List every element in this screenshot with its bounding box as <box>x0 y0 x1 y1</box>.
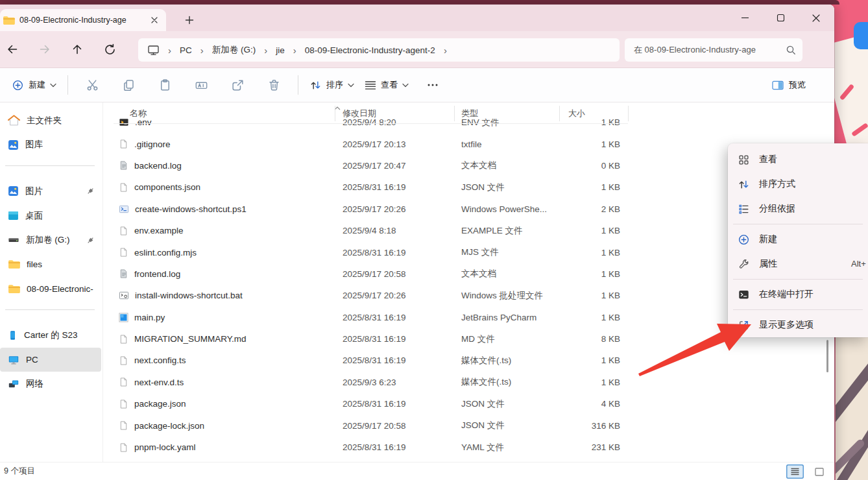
file-type: 文本文档 <box>461 160 562 171</box>
file-date: 2025/8/31 16:19 <box>343 313 461 322</box>
file-date: 2025/9/17 20:26 <box>343 291 461 300</box>
sidebar-item-pc[interactable]: PC <box>0 348 101 372</box>
file-type: MD 文件 <box>461 333 562 345</box>
preview-button[interactable]: 预览 <box>766 75 811 95</box>
menu-item-properties[interactable]: 属性Alt+ <box>728 252 868 276</box>
file-name-cell: package.json <box>114 399 343 409</box>
table-row[interactable]: env.example2025/9/4 8:18EXAMPLE 文件1 KB <box>114 220 633 241</box>
column-header-date[interactable]: 修改日期 <box>343 108 461 119</box>
table-row[interactable]: next-env.d.ts2025/9/3 6:23媒体文件(.ts)1 KB <box>114 372 633 393</box>
column-separator[interactable] <box>335 106 335 121</box>
up-button[interactable] <box>66 38 89 61</box>
sidebar-item-files[interactable]: files <box>0 252 101 277</box>
table-row[interactable]: MIGRATION_SUMMARY.md2025/8/31 16:19MD 文件… <box>114 328 633 350</box>
sidebar-item-gallery[interactable]: 图库 <box>0 133 101 158</box>
sidebar-item-drive-g[interactable]: 新加卷 (G:) <box>0 228 101 252</box>
table-row[interactable]: install-windows-shortcut.bat2025/9/17 20… <box>114 285 633 306</box>
menu-item-open-terminal[interactable]: 在终端中打开 <box>728 282 868 307</box>
column-separator[interactable] <box>454 106 455 121</box>
file-name: next-env.d.ts <box>134 378 184 387</box>
file-name: backend.log <box>134 161 182 171</box>
table-row[interactable]: package.json2025/8/31 16:19JSON 文件4 KB <box>114 393 633 414</box>
menu-item-show-more-options[interactable]: 显示更多选项 <box>728 313 868 337</box>
search-input[interactable] <box>634 45 782 55</box>
table-row[interactable]: backend.log2025/9/17 20:47文本文档0 KB <box>114 155 633 176</box>
chevron-right-icon: › <box>444 45 447 55</box>
back-button[interactable] <box>1 38 24 61</box>
search-icon[interactable] <box>786 45 796 55</box>
item-count: 9 个项目 <box>4 466 35 477</box>
sidebar-item-home[interactable]: 主文件夹 <box>0 108 101 133</box>
breadcrumb-item[interactable]: 新加卷 (G:) <box>212 44 256 56</box>
file-name-cell: MIGRATION_SUMMARY.md <box>114 334 343 344</box>
sidebar-item-phone[interactable]: Carter 的 S23 <box>0 323 101 348</box>
desktop-app-icon[interactable] <box>854 22 868 49</box>
new-button[interactable]: 新建 <box>6 75 62 95</box>
sidebar: 主文件夹图库图片桌面新加卷 (G:)files08-09-Electronic-… <box>0 102 103 466</box>
minimize-button[interactable] <box>732 7 758 29</box>
menu-item-view[interactable]: 查看 <box>728 147 868 172</box>
back-arrow-icon <box>6 43 19 56</box>
menu-item-sort-by[interactable]: 排序方式 <box>728 172 868 197</box>
forward-arrow-icon <box>38 43 51 56</box>
file-icon <box>119 226 128 236</box>
menu-item-label: 分组依据 <box>759 203 795 215</box>
table-row[interactable]: next.config.ts2025/8/31 16:19媒体文件(.ts)1 … <box>114 350 633 371</box>
forward-button <box>33 38 56 61</box>
file-name-cell: backend.log <box>114 160 343 171</box>
view-button[interactable]: 查看 <box>359 75 414 95</box>
table-row[interactable]: main.py2025/8/31 16:19JetBrains PyCharm1… <box>114 307 633 328</box>
pc-icon <box>8 355 19 365</box>
list-view-toggle[interactable] <box>786 464 804 479</box>
sidebar-item-pictures[interactable]: 图片 <box>0 179 101 204</box>
vertical-scrollbar[interactable] <box>826 340 828 372</box>
sidebar-item-project-folder[interactable]: 08-09-Electronic- <box>0 277 101 302</box>
up-arrow-icon <box>71 43 84 56</box>
breadcrumb-item[interactable]: jie <box>276 45 285 55</box>
file-explorer-window: 08-09-Electronic-Industry-age ›PC›新加卷 (G… <box>0 5 834 480</box>
refresh-button[interactable] <box>98 38 121 61</box>
paste-button <box>157 77 173 93</box>
file-list-rows: .env2025/9/4 8:20ENV 文件1 KB.gitignore202… <box>114 119 633 462</box>
chevron-down-icon <box>50 83 56 88</box>
table-row[interactable]: frontend.log2025/9/17 20:58文本文档1 KB <box>114 263 633 285</box>
breadcrumb-item[interactable]: PC <box>180 45 192 55</box>
column-separator[interactable] <box>559 106 560 121</box>
table-row[interactable]: pnpm-lock.yaml2025/8/31 16:19YAML 文件231 … <box>114 437 633 458</box>
table-row[interactable]: package-lock.json2025/9/17 20:58JSON 文件3… <box>114 414 633 436</box>
file-date: 2025/9/3 6:23 <box>343 378 461 387</box>
table-row[interactable]: .gitignore2025/9/17 20:13txtfile1 KB <box>114 133 633 154</box>
file-type: YAML 文件 <box>461 442 562 453</box>
menu-item-label: 新建 <box>759 234 777 245</box>
thumbnail-view-toggle[interactable] <box>810 464 828 479</box>
breadcrumb-item[interactable]: 08-09-Electronic-Industry-agent-2 <box>305 45 435 55</box>
column-header-size[interactable]: 大小 <box>562 108 624 119</box>
column-header-type[interactable]: 类型 <box>461 108 562 119</box>
table-row[interactable]: components.json2025/8/31 16:19JSON 文件1 K… <box>114 176 633 198</box>
new-tab-button[interactable] <box>182 12 197 28</box>
sort-button[interactable]: 排序 <box>304 75 359 95</box>
file-size: 1 KB <box>562 378 624 387</box>
column-separator[interactable] <box>628 106 629 121</box>
table-row[interactable]: create-windows-shortcut.ps12025/9/17 20:… <box>114 198 633 220</box>
file-date: 2025/8/31 16:19 <box>343 182 461 192</box>
table-row[interactable]: eslint.config.mjs2025/8/31 16:19MJS 文件1 … <box>114 241 633 263</box>
menu-item-group-by[interactable]: 分组依据 <box>728 197 868 221</box>
table-row[interactable]: .env2025/9/4 8:20ENV 文件1 KB <box>114 119 633 133</box>
search-box[interactable] <box>625 38 802 62</box>
more-options-button[interactable] <box>423 75 442 95</box>
tab-close-icon[interactable] <box>148 14 161 27</box>
sidebar-item-network[interactable]: 网络 <box>0 372 101 396</box>
column-header-name[interactable]: 名称 <box>114 108 343 119</box>
close-button[interactable] <box>803 7 829 29</box>
menu-item-new[interactable]: 新建 <box>728 227 868 252</box>
copy-icon <box>122 78 136 92</box>
active-tab[interactable]: 08-09-Electronic-Industry-age <box>0 9 166 31</box>
file-size: 1 KB <box>562 139 624 149</box>
sidebar-item-desktop[interactable]: 桌面 <box>0 204 101 228</box>
maximize-button[interactable] <box>767 7 793 29</box>
share-button <box>230 77 245 93</box>
file-icon <box>119 420 128 431</box>
file-icon <box>119 247 128 258</box>
file-date: 2025/8/31 16:19 <box>343 334 461 344</box>
